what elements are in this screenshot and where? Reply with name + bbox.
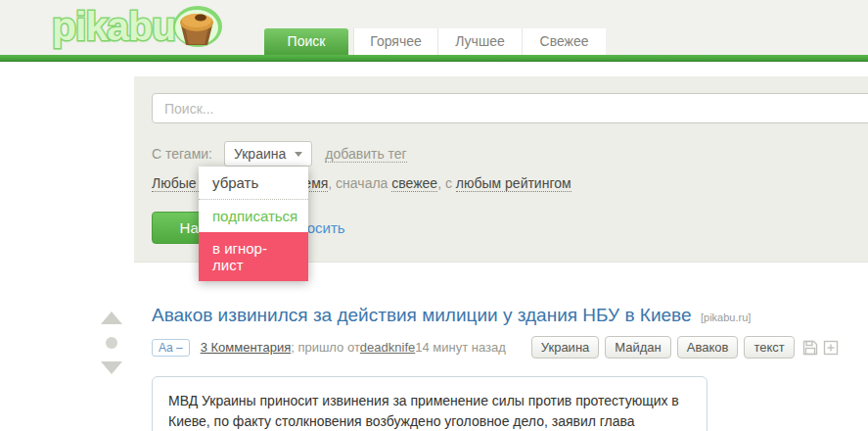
post-tag[interactable]: Аваков [677, 336, 739, 359]
header-green-bar [0, 55, 868, 62]
author-link[interactable]: deadknife [360, 340, 415, 355]
pikabu-logo[interactable]: pikabu [52, 0, 222, 53]
vote-widget [100, 311, 123, 374]
filter-sep: , с [437, 175, 456, 191]
post-tag[interactable]: текст [744, 336, 794, 359]
search-input[interactable] [152, 93, 868, 123]
menu-item-ignore[interactable]: в игнор-лист [199, 232, 308, 281]
with-tags-row: С тегами: Украина добавить тег [152, 141, 407, 167]
post-action-icons [802, 340, 839, 356]
chevron-down-icon [295, 152, 302, 157]
post-meta-row: Aa – 3 Комментария ; пришло от deadknife… [152, 336, 839, 359]
post-title-link[interactable]: Аваков извинился за действия милиции у з… [152, 305, 692, 325]
comments-link[interactable]: 3 Комментария [201, 340, 292, 355]
header: pikabu Поиск Горячее Лучшее Свежее [0, 0, 868, 55]
menu-item-subscribe[interactable]: подписаться [199, 200, 308, 232]
tag-select[interactable]: Украина [224, 141, 312, 167]
with-tags-label: С тегами: [152, 146, 212, 162]
meta-suffix: 14 минут назад [415, 340, 506, 355]
filter-sep: , сначала [328, 175, 391, 191]
post-title-row: Аваков извинился за действия милиции у з… [152, 305, 837, 326]
filter-order-link[interactable]: свежее [391, 175, 437, 192]
menu-item-remove[interactable]: убрать [199, 167, 308, 200]
add-to-collection-icon[interactable] [823, 340, 839, 356]
tab-hot[interactable]: Горячее [353, 28, 437, 55]
post-source: [pikabu.ru] [701, 311, 751, 323]
nav-tabs: Поиск Горячее Лучшее Свежее [264, 28, 606, 55]
tag-select-value: Украина [234, 146, 286, 162]
font-size-badge[interactable]: Aa – [152, 339, 190, 357]
filter-rating-link[interactable]: любым рейтингом [456, 175, 571, 192]
meta-prefix: ; пришло от [291, 340, 360, 355]
pikabu-logo-text: pikabu [52, 4, 175, 50]
pikabu-search-page: pikabu Поиск Горячее Лучшее Свежее [0, 0, 868, 431]
downvote-arrow-icon[interactable] [101, 361, 122, 374]
muffin-icon [171, 4, 222, 53]
save-icon[interactable] [802, 340, 818, 356]
post-tag[interactable]: Украина [531, 336, 600, 359]
rating-dot-icon [106, 337, 117, 349]
tab-best[interactable]: Лучшее [437, 28, 522, 55]
tab-fresh[interactable]: Свежее [522, 28, 606, 55]
post-body-text: МВД Украины приносит извинения за примен… [152, 376, 708, 431]
tab-search[interactable]: Поиск [264, 28, 348, 55]
add-tag-link[interactable]: добавить тег [325, 146, 406, 163]
post-tag[interactable]: Майдан [605, 336, 670, 359]
upvote-arrow-icon[interactable] [101, 311, 122, 324]
tag-dropdown-menu: убрать подписаться в игнор-лист [199, 167, 308, 281]
post-tags: Украина Майдан Аваков текст [531, 336, 795, 359]
